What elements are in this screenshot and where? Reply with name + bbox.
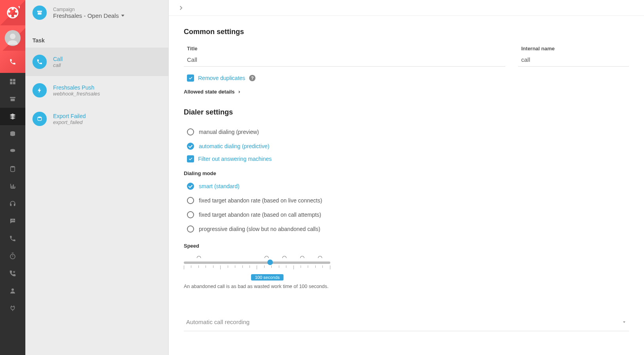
- campaign-selector: Campaign Freshsales - Open Deals: [25, 0, 168, 25]
- svg-rect-8: [13, 79, 15, 81]
- task-slug: call: [53, 62, 63, 68]
- slider-ruler: [184, 265, 330, 269]
- nav-coins1-icon[interactable]: [0, 125, 25, 143]
- svg-point-1: [11, 8, 14, 10]
- svg-rect-9: [10, 82, 12, 84]
- chevron-right-icon[interactable]: [177, 4, 185, 11]
- app-logo[interactable]: [0, 0, 25, 25]
- svg-point-2: [15, 10, 17, 13]
- nav-message-chart-icon[interactable]: [0, 212, 25, 230]
- svg-point-16: [38, 116, 41, 118]
- svg-point-13: [11, 166, 15, 168]
- nav-archive-icon[interactable]: [0, 90, 25, 108]
- task-title: Call: [53, 56, 63, 62]
- remove-dup-checkbox[interactable]: [187, 74, 194, 82]
- svg-point-6: [10, 34, 15, 39]
- breadcrumb-bar: [169, 0, 644, 16]
- svg-rect-10: [13, 82, 15, 84]
- speed-label: Speed: [184, 243, 629, 249]
- svg-rect-7: [10, 79, 12, 81]
- slider-thumb[interactable]: [267, 260, 273, 265]
- speed-slider[interactable]: ◠ ◠ ◠ ◠ ◠ 100 sec: [184, 254, 330, 281]
- campaign-label: Campaign: [53, 7, 124, 12]
- nav-chart-icon[interactable]: [0, 178, 25, 195]
- internal-name-input[interactable]: [518, 53, 629, 67]
- gauge-icon: ◠: [318, 254, 322, 261]
- common-settings-heading: Common settings: [184, 28, 629, 36]
- campaign-icon[interactable]: [32, 6, 47, 20]
- task-title: Export Failed: [53, 113, 86, 119]
- task-title: Freshsales Push: [53, 84, 100, 91]
- gauge-icon: ◠: [282, 254, 287, 261]
- radio-fixed-live[interactable]: fixed target abandon rate (based on live…: [184, 195, 629, 206]
- task-section-label: Task: [25, 25, 168, 48]
- radio-manual[interactable]: manual dialing (preview): [184, 126, 629, 138]
- accordion-recording[interactable]: Automatic call recording: [184, 313, 629, 331]
- caret-down-icon: [622, 320, 627, 324]
- campaign-dropdown[interactable]: Freshsales - Open Deals: [53, 12, 124, 19]
- title-label: Title: [184, 46, 505, 52]
- nav-user-icon[interactable]: [0, 282, 25, 300]
- filter-am-label: Filter out answering machines: [198, 156, 272, 162]
- nav-timer-icon[interactable]: [0, 247, 25, 265]
- radio-fixed-attempts[interactable]: fixed target abandon rate (based on call…: [184, 209, 629, 221]
- nav-layers-icon[interactable]: [0, 108, 25, 125]
- nav-coins2-icon[interactable]: [0, 143, 25, 160]
- gauge-icon: ◠: [196, 254, 201, 261]
- main-content: Common settings Title Internal name Remo…: [169, 0, 644, 355]
- nav-plug-icon[interactable]: [0, 300, 25, 317]
- nav-db-icon[interactable]: [0, 160, 25, 178]
- internal-name-label: Internal name: [518, 46, 629, 52]
- speed-help-text: An abandoned call is as bad as wasted wo…: [184, 284, 629, 289]
- task-slug: webhook_freshsales: [53, 91, 100, 97]
- nav-avatar[interactable]: [0, 25, 25, 51]
- svg-point-15: [11, 288, 14, 291]
- radio-smart[interactable]: smart (standard): [184, 180, 629, 192]
- chevron-right-icon: [237, 90, 241, 94]
- task-panel: Campaign Freshsales - Open Deals Task Ca…: [25, 0, 169, 355]
- bolt-icon: [32, 83, 47, 97]
- nav-rail: [0, 0, 25, 355]
- title-input[interactable]: [184, 53, 505, 67]
- dialer-settings-heading: Dialer settings: [184, 108, 629, 116]
- nav-phone-in-icon[interactable]: [0, 265, 25, 282]
- task-item-call[interactable]: Callcall: [25, 48, 168, 76]
- nav-phone-icon[interactable]: [0, 230, 25, 247]
- nav-dashboard-icon[interactable]: [0, 73, 25, 90]
- speed-badge: 100 seconds: [251, 274, 284, 281]
- phone-icon: [32, 55, 47, 69]
- task-slug: export_failed: [53, 119, 86, 125]
- help-icon[interactable]: ?: [249, 75, 255, 81]
- nav-headset-icon[interactable]: [0, 195, 25, 212]
- radio-auto[interactable]: automatic dialing (predictive): [184, 140, 629, 152]
- radio-progressive[interactable]: progressive dialing (slow but no abandon…: [184, 223, 629, 235]
- remove-dup-label: Remove duplicates: [198, 75, 245, 81]
- dialing-mode-label: Dialing mode: [184, 170, 629, 176]
- export-icon: [32, 112, 47, 126]
- slider-track[interactable]: [184, 261, 330, 264]
- caret-down-icon: [121, 15, 124, 17]
- svg-point-3: [14, 15, 16, 17]
- allowed-state-expand[interactable]: Allowed state details: [184, 89, 629, 95]
- svg-point-4: [9, 15, 11, 17]
- task-item-push[interactable]: Freshsales Pushwebhook_freshsales: [25, 76, 168, 105]
- svg-point-5: [8, 10, 10, 13]
- nav-phone-primary[interactable]: [0, 51, 25, 73]
- task-item-export[interactable]: Export Failedexport_failed: [25, 105, 168, 133]
- gauge-icon: ◠: [300, 254, 305, 261]
- filter-am-checkbox[interactable]: [187, 155, 194, 162]
